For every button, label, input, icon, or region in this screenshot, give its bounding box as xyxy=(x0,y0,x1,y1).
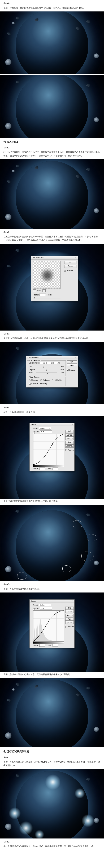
curves-graph[interactable] xyxy=(33,610,64,642)
smooth-button[interactable]: Smooth xyxy=(65,614,74,617)
checkbox-icon xyxy=(67,369,69,371)
step-label: Step 1: xyxy=(0,754,104,760)
auto-button[interactable]: Auto xyxy=(65,618,74,621)
auto-button[interactable]: Auto xyxy=(65,441,74,444)
options-button[interactable]: Options... xyxy=(65,621,74,624)
planet-render-curves-2: Curves ✕ OK Cancel Smooth Auto Options..… xyxy=(0,592,104,672)
preset-select[interactable]: Custom▾ xyxy=(39,604,51,607)
debris-icon xyxy=(86,20,90,23)
color-slider[interactable] xyxy=(36,369,57,371)
preview-checkbox[interactable]: Preview xyxy=(65,449,74,452)
shadows-radio[interactable]: Shadows xyxy=(29,379,38,381)
ok-button[interactable]: OK xyxy=(64,261,76,264)
slider-label: Cyan xyxy=(29,365,35,368)
planet-render-1 xyxy=(0,11,104,74)
dialog-title: Curves xyxy=(31,423,36,426)
close-icon[interactable]: ✕ xyxy=(72,600,73,602)
close-icon[interactable]: ✕ xyxy=(72,423,73,426)
dialog-titlebar: Curves ✕ xyxy=(30,423,74,426)
options-button[interactable]: Options... xyxy=(65,444,74,447)
moon-icon xyxy=(94,208,99,213)
input-input[interactable] xyxy=(53,467,59,470)
curve-line-icon xyxy=(33,611,64,642)
preview-checkbox[interactable]: Preview xyxy=(65,625,74,628)
slider-thumb-icon xyxy=(43,366,44,368)
close-icon[interactable]: ✕ xyxy=(75,256,76,259)
zoom-in-button[interactable]: + xyxy=(42,289,45,292)
planet-body xyxy=(15,11,89,74)
preset-select[interactable]: Custom▾ xyxy=(39,427,51,430)
debris-icon xyxy=(7,264,11,268)
cancel-button[interactable]: Cancel xyxy=(64,265,76,268)
debris-icon xyxy=(7,699,11,702)
radius-label: Radius: xyxy=(33,293,39,296)
step-label: Step 6: xyxy=(0,0,104,6)
planet-render-color-balance: Color Balance ✕ OK Cancel Preview Color … xyxy=(0,342,104,404)
body-text: 但是我们只是想加深柔性笔刷在上层部分太空那小部分亮化。 xyxy=(0,499,104,505)
svg-point-5 xyxy=(64,611,64,611)
chevron-down-icon: ▾ xyxy=(50,608,51,609)
slider-thumb-icon xyxy=(34,298,35,299)
section-heading-asteroids: 六.加入小行星 xyxy=(0,138,104,145)
moon-icon xyxy=(5,566,11,572)
cancel-button[interactable]: Cancel xyxy=(65,610,74,613)
debris-icon xyxy=(15,80,20,84)
cancel-button[interactable]: Cancel xyxy=(67,364,77,367)
planet-body xyxy=(15,75,89,138)
highlights-radio[interactable]: Highlights xyxy=(51,379,62,381)
midtones-radio[interactable]: Midtones xyxy=(40,379,49,381)
debris-icon xyxy=(15,164,20,168)
input-gradient-icon xyxy=(33,465,64,467)
slider-label: Blue xyxy=(58,372,64,374)
moon-icon xyxy=(12,170,14,172)
output-input[interactable] xyxy=(39,467,45,470)
planet-body xyxy=(15,771,89,838)
close-icon[interactable]: ✕ xyxy=(75,356,76,359)
level-input-yellow[interactable]: +9 xyxy=(54,362,60,364)
moon-icon xyxy=(94,818,99,823)
cancel-button[interactable]: Cancel xyxy=(65,433,74,437)
slider-label: Yellow xyxy=(29,372,35,374)
debris-icon xyxy=(86,84,90,87)
checkbox-icon xyxy=(65,449,67,451)
moon-icon xyxy=(94,117,99,122)
input-input[interactable] xyxy=(53,644,59,647)
svg-point-1 xyxy=(51,443,53,444)
body-text: 在太空部分创建几个更多的相似另一部分星，在部分从小石块的各个位置我小行星围绕。对… xyxy=(0,235,104,244)
moon-icon xyxy=(5,733,11,739)
channel-select[interactable]: RGB▾ xyxy=(40,430,52,433)
color-slider[interactable] xyxy=(36,372,57,374)
smooth-button[interactable]: Smooth xyxy=(65,437,74,440)
group-title: Color Balance xyxy=(29,359,41,362)
preserve-luminosity-checkbox[interactable]: Preserve Luminosity xyxy=(29,382,64,385)
planet-body xyxy=(15,161,89,229)
planet-render-lights xyxy=(0,769,104,838)
output-input[interactable] xyxy=(39,644,45,647)
moon-icon xyxy=(5,123,11,129)
channel-select[interactable]: RGB▾ xyxy=(40,607,52,610)
output-label: Output: xyxy=(33,467,38,470)
checkbox-icon xyxy=(29,383,31,384)
checkbox-icon xyxy=(64,270,66,272)
ok-button[interactable]: OK xyxy=(65,430,74,433)
debris-icon xyxy=(15,683,20,686)
moon-icon xyxy=(12,22,14,24)
preview-checkbox[interactable]: Preview xyxy=(67,369,77,372)
debris-icon xyxy=(15,16,20,20)
zoom-out-button[interactable]: − xyxy=(33,289,36,292)
slider-label: Red xyxy=(58,365,64,368)
curves-graph[interactable] xyxy=(33,434,64,465)
debris-icon xyxy=(7,180,11,183)
level-input-magenta[interactable]: 0 xyxy=(46,362,53,364)
body-text: 创建一个新的曲线调整图层来增强亮光。 xyxy=(0,587,104,592)
planet-render-with-gaussian: Gaussian Blur ✕ OK Cancel Preview − 100%… xyxy=(0,244,104,331)
radius-input[interactable]: 6 xyxy=(39,293,46,296)
ok-button[interactable]: OK xyxy=(65,607,74,610)
debris-icon xyxy=(86,513,90,517)
radius-slider[interactable] xyxy=(33,297,61,300)
preview-checkbox[interactable]: Preview xyxy=(64,269,76,272)
moon-icon xyxy=(94,727,99,732)
color-slider[interactable] xyxy=(36,366,57,368)
ok-button[interactable]: OK xyxy=(67,361,77,364)
debris-icon xyxy=(86,686,90,690)
